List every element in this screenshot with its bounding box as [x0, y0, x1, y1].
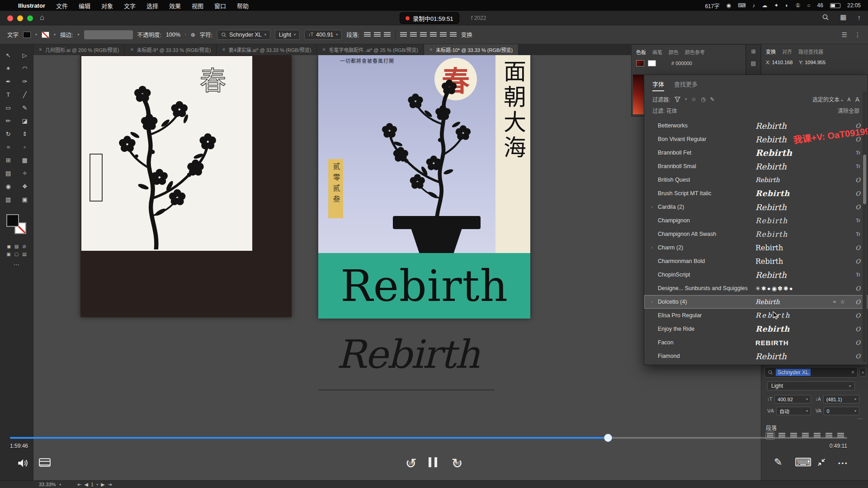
- menu-文件[interactable]: 文件: [56, 1, 68, 10]
- align-left-icon[interactable]: [364, 32, 371, 38]
- shortcut-keyboard-icon[interactable]: ⌨: [795, 455, 812, 469]
- artwork-swatch[interactable]: [636, 60, 644, 66]
- edit-toolbar-icon[interactable]: ⋯: [0, 261, 33, 268]
- scale-tool[interactable]: ⇕: [17, 127, 33, 141]
- character-panel-more-icon[interactable]: ⋯: [858, 416, 863, 422]
- last-artboard-icon[interactable]: ⇥: [108, 482, 112, 488]
- h-align-right-icon[interactable]: [420, 32, 427, 38]
- panel-tab-对齐[interactable]: 对齐: [782, 48, 792, 55]
- video-progress-track[interactable]: [10, 437, 847, 439]
- x-value[interactable]: 1410.168: [772, 60, 793, 65]
- font-list-item[interactable]: ChopinScriptRebirthTr: [644, 268, 868, 282]
- menu-视图[interactable]: 视图: [192, 1, 203, 10]
- color-spectrum-strip[interactable]: [633, 75, 645, 114]
- screen-recording-badge[interactable]: 录制中01:59:51: [400, 12, 459, 24]
- zoom-level[interactable]: 33.33%: [39, 482, 56, 487]
- search-icon[interactable]: [822, 14, 829, 21]
- type-tool[interactable]: T: [0, 88, 17, 101]
- opacity-value[interactable]: 100%: [166, 32, 180, 38]
- menubar-clock[interactable]: 22:05: [847, 2, 861, 9]
- font-list-item[interactable]: ChampignonRebirthTr: [644, 214, 868, 227]
- chevron-right-icon[interactable]: ›: [651, 245, 656, 250]
- panel-tab-颜色参考[interactable]: 颜色参考: [685, 48, 705, 56]
- v-align-middle-icon[interactable]: [440, 32, 447, 38]
- prev-artboard-icon[interactable]: ◀: [85, 482, 88, 488]
- artboard-number[interactable]: 1: [91, 482, 94, 487]
- player-more-icon[interactable]: •••: [838, 460, 849, 467]
- selection-tool[interactable]: ↖: [0, 49, 17, 62]
- panel-tab-色板[interactable]: 色板: [636, 48, 646, 56]
- font-list-item[interactable]: Brannboll SmalRebirthTr: [644, 160, 868, 173]
- next-artboard-icon[interactable]: ▶: [101, 482, 104, 488]
- rotate-tool[interactable]: ↻: [0, 127, 17, 141]
- font-search-field[interactable]: Schnyder XL ×: [764, 367, 858, 378]
- h-align-left-icon[interactable]: [400, 32, 407, 38]
- font-list-item[interactable]: ›Charm (2)RebirthO: [644, 241, 868, 254]
- app-menu-title[interactable]: Illustrator: [18, 2, 45, 9]
- font-list-item[interactable]: Elisa Pro RegularRebirthO: [644, 309, 868, 322]
- artboard-tool[interactable]: ▣: [17, 193, 33, 206]
- perspective-grid-tool[interactable]: ⊞: [0, 154, 17, 167]
- hex-color-value[interactable]: # 000000: [671, 61, 692, 66]
- collapse-player-icon[interactable]: [816, 457, 826, 467]
- music-icon[interactable]: ♪: [752, 2, 755, 9]
- eyedropper-tool[interactable]: ✧: [17, 167, 33, 180]
- free-transform-tool[interactable]: ▫: [17, 141, 33, 154]
- lasso-tool[interactable]: ◠: [17, 62, 33, 75]
- video-progress-handle[interactable]: [604, 434, 612, 442]
- font-list-item[interactable]: ›Dolcetto (4)Rebirth≈☆O: [644, 295, 868, 309]
- panel-tab-路径查找器[interactable]: 路径查找器: [798, 48, 823, 55]
- panel-menu-icon[interactable]: ☰: [841, 31, 847, 38]
- pencil-tool[interactable]: ✏: [0, 114, 17, 127]
- document-tab[interactable]: ×第4课实操.ai* @ 33.33 % (RGB/预览): [217, 44, 317, 55]
- layers-panel-icon[interactable]: ▤: [751, 60, 756, 66]
- gradient-mode-icon[interactable]: ▨: [14, 244, 19, 249]
- curvature-tool[interactable]: ✑: [17, 75, 33, 88]
- column-graph-tool[interactable]: ▥: [0, 193, 17, 206]
- panel-tab-变换[interactable]: 变换: [766, 48, 776, 55]
- font-list-item[interactable]: Brush Script MT ItalicRebirthO: [644, 187, 868, 200]
- direct-selection-tool[interactable]: ▷: [17, 49, 33, 62]
- font-list-item[interactable]: Brannboll FetRebirthTr: [644, 146, 868, 160]
- menu-文字[interactable]: 文字: [124, 1, 136, 10]
- menu-编辑[interactable]: 编辑: [79, 1, 90, 10]
- paintbrush-tool[interactable]: ✎: [17, 101, 33, 114]
- preview-size-small-icon[interactable]: A: [847, 97, 850, 102]
- draw-inside-icon[interactable]: ▤: [22, 252, 26, 257]
- share-icon[interactable]: ↑: [858, 14, 861, 21]
- eraser-tool[interactable]: ◪: [17, 114, 33, 127]
- similar-fonts-icon[interactable]: ≈: [833, 299, 836, 305]
- font-list-item[interactable]: Champignon Alt SwashRebirthTr: [644, 227, 868, 241]
- libraries-panel-icon[interactable]: ⊞: [751, 48, 755, 55]
- font-list-item[interactable]: FaconREBIRTHO: [644, 336, 868, 349]
- kerning-field[interactable]: 自动▾: [776, 407, 811, 415]
- screen-mirror-icon[interactable]: ◐: [785, 2, 788, 9]
- fill-indicator-swatch[interactable]: [6, 214, 19, 227]
- volume-icon[interactable]: [16, 457, 29, 469]
- selection-scope-dropdown[interactable]: 选定的文本 ▾: [812, 95, 843, 103]
- v-align-bottom-icon[interactable]: [450, 32, 457, 38]
- tracking-field[interactable]: 0▾: [824, 407, 859, 415]
- magic-wand-tool[interactable]: ✶: [0, 62, 17, 75]
- rewind-10-button[interactable]: ↺10: [403, 455, 419, 471]
- document-setup-icon[interactable]: ⊕: [191, 32, 195, 38]
- preview-size-large-icon[interactable]: A: [855, 96, 859, 103]
- tab-close-icon[interactable]: ×: [322, 47, 326, 53]
- transform-label[interactable]: 变换: [461, 30, 472, 39]
- artboard-left[interactable]: 春: [80, 55, 292, 317]
- workspace-grid-icon[interactable]: ▦: [840, 13, 846, 21]
- first-artboard-icon[interactable]: ⇤: [77, 482, 81, 488]
- h-align-center-icon[interactable]: [410, 32, 417, 38]
- panel-tab-画笔[interactable]: 画笔: [652, 48, 662, 56]
- tab-close-icon[interactable]: ×: [429, 47, 433, 53]
- stroke-color-swatch[interactable]: [42, 32, 49, 38]
- menu-帮助[interactable]: 帮助: [237, 1, 249, 10]
- white-swatch[interactable]: [648, 60, 656, 66]
- align-right-icon[interactable]: [384, 32, 391, 38]
- leading-field[interactable]: (481.1)▾: [823, 395, 859, 404]
- favorite-star-icon[interactable]: ☆: [840, 299, 845, 305]
- document-tab[interactable]: ×几何图形.ai @ 200 % (RGB/预览): [33, 44, 125, 55]
- minimize-window-button[interactable]: [17, 15, 23, 21]
- menu-选择[interactable]: 选择: [146, 1, 158, 10]
- document-tab[interactable]: ×毛笔字电脑配件..ai* @ 25 % (RGB/预览): [317, 44, 424, 55]
